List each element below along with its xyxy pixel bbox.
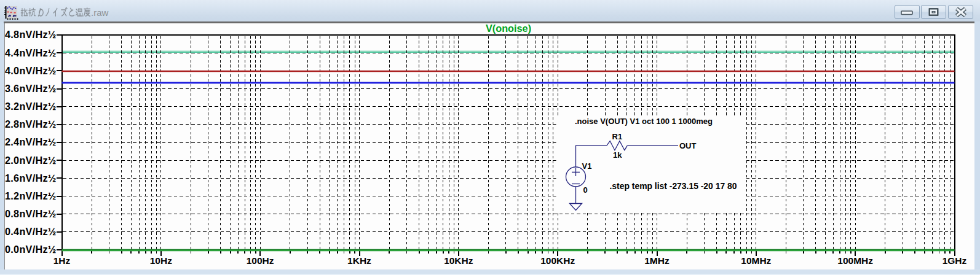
svg-text:4.0nV/Hz½: 4.0nV/Hz½	[5, 65, 57, 76]
svg-text:100MHz: 100MHz	[837, 255, 873, 266]
svg-text:0.0nV/Hz½: 0.0nV/Hz½	[5, 244, 57, 255]
svg-text:3.2nV/Hz½: 3.2nV/Hz½	[5, 101, 57, 112]
svg-text:1MHz: 1MHz	[644, 255, 670, 266]
svg-text:100Hz: 100Hz	[247, 255, 274, 266]
svg-text:.noise V(OUT) V1 oct 100 1 100: .noise V(OUT) V1 oct 100 1 1000meg	[575, 117, 713, 126]
svg-text:0: 0	[583, 185, 588, 195]
svg-text:1GHz: 1GHz	[942, 255, 967, 266]
svg-text:10MHz: 10MHz	[741, 255, 771, 266]
svg-text:10KHz: 10KHz	[444, 255, 473, 266]
svg-text:V(onoise): V(onoise)	[486, 23, 531, 34]
svg-text:10Hz: 10Hz	[150, 255, 172, 266]
svg-text:1Hz: 1Hz	[53, 255, 71, 266]
svg-text:100KHz: 100KHz	[540, 255, 575, 266]
svg-text:1.6nV/Hz½: 1.6nV/Hz½	[5, 172, 57, 184]
svg-text:1KHz: 1KHz	[347, 255, 371, 266]
svg-text:2.0nV/Hz½: 2.0nV/Hz½	[5, 155, 57, 166]
svg-text:OUT: OUT	[679, 141, 697, 150]
svg-text:0.8nV/Hz½: 0.8nV/Hz½	[5, 208, 57, 219]
svg-text:R1: R1	[612, 132, 623, 141]
svg-text:V1: V1	[582, 161, 592, 171]
svg-text:2.8nV/Hz½: 2.8nV/Hz½	[5, 118, 57, 130]
svg-text:4.8nV/Hz½: 4.8nV/Hz½	[5, 29, 57, 40]
svg-text:1.2nV/Hz½: 1.2nV/Hz½	[5, 190, 57, 201]
svg-text:2.4nV/Hz½: 2.4nV/Hz½	[5, 136, 57, 147]
svg-text:4.4nV/Hz½: 4.4nV/Hz½	[5, 47, 57, 58]
svg-text:1k: 1k	[613, 150, 622, 160]
svg-text:3.6nV/Hz½: 3.6nV/Hz½	[5, 83, 57, 94]
svg-text:.step temp list -273.15 -20 17: .step temp list -273.15 -20 17 80	[610, 181, 737, 191]
svg-text:0.4nV/Hz½: 0.4nV/Hz½	[5, 226, 57, 237]
svg-text:.raw: .raw	[91, 7, 109, 18]
